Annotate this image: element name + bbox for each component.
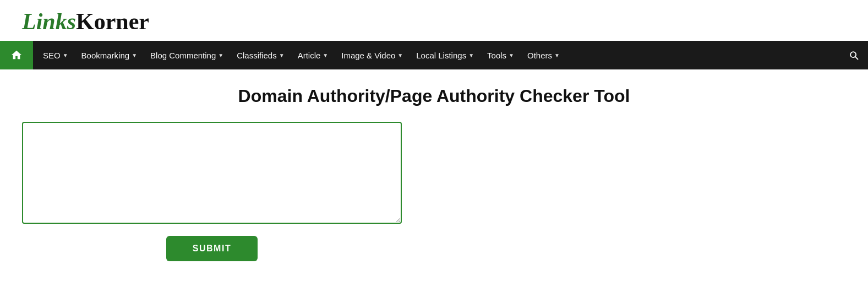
nav-item-image-video[interactable]: Image & Video ▼ [335, 41, 410, 69]
nav-item-local-listings[interactable]: Local Listings ▼ [410, 41, 481, 69]
submit-button[interactable]: SUBMIT [166, 236, 258, 261]
page-wrapper: LinksKorner SEO ▼ Bookmarking ▼ Blog Com… [0, 0, 868, 307]
logo[interactable]: LinksKorner [22, 10, 149, 33]
chevron-down-icon: ▼ [279, 52, 285, 58]
chevron-down-icon: ▼ [63, 52, 68, 58]
nav-item-classifieds[interactable]: Classifieds ▼ [230, 41, 291, 69]
home-icon [10, 49, 23, 61]
chevron-down-icon: ▼ [323, 52, 328, 58]
logo-links: Links [22, 9, 76, 34]
nav-item-bookmarking[interactable]: Bookmarking ▼ [75, 41, 144, 69]
nav-item-others[interactable]: Others ▼ [521, 41, 566, 69]
chevron-down-icon: ▼ [218, 52, 223, 58]
nav-item-seo[interactable]: SEO ▼ [36, 41, 75, 69]
nav-home-button[interactable] [0, 41, 33, 69]
navbar: SEO ▼ Bookmarking ▼ Blog Commenting ▼ Cl… [0, 41, 868, 69]
search-icon [848, 50, 859, 61]
nav-item-blog-commenting[interactable]: Blog Commenting ▼ [144, 41, 230, 69]
chevron-down-icon: ▼ [509, 52, 514, 58]
header: LinksKorner [0, 0, 868, 41]
url-textarea[interactable] [22, 122, 402, 224]
chevron-down-icon: ▼ [468, 52, 474, 58]
main-content: Domain Authority/Page Authority Checker … [0, 69, 868, 283]
chevron-down-icon: ▼ [397, 52, 403, 58]
nav-item-tools[interactable]: Tools ▼ [481, 41, 521, 69]
search-button[interactable] [839, 41, 868, 69]
chevron-down-icon: ▼ [132, 52, 137, 58]
nav-item-article[interactable]: Article ▼ [291, 41, 335, 69]
chevron-down-icon: ▼ [554, 52, 560, 58]
page-title: Domain Authority/Page Authority Checker … [22, 86, 846, 106]
logo-korner: Korner [76, 9, 149, 34]
nav-items-list: SEO ▼ Bookmarking ▼ Blog Commenting ▼ Cl… [33, 41, 839, 69]
submit-row: SUBMIT [22, 236, 402, 261]
